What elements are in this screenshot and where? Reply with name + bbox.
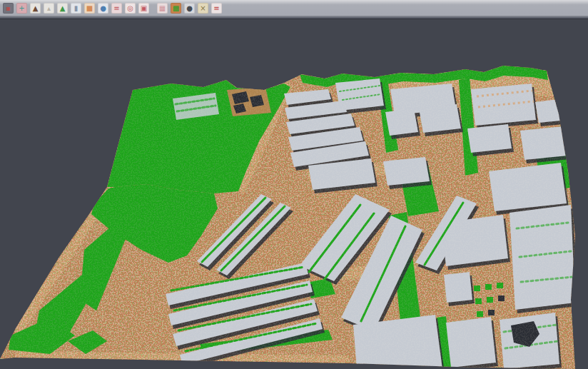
toolbar: ▪+▲▴▲▮■●≡◎▣▦▩●×≡ [0,0,588,16]
classify-scatter-icon[interactable]: + [16,3,27,14]
profile-lines-icon[interactable]: ≡ [111,3,122,14]
app-window: ▪+▲▴▲▮■●≡◎▣▦▩●×≡ [0,0,588,369]
building-class-icon[interactable]: ▮ [71,3,81,14]
point-cloud-scene [0,19,588,369]
dark-sphere-icon[interactable]: ● [184,3,195,14]
low-points-icon[interactable]: ▴ [44,3,54,14]
orange-layer-icon[interactable]: ■ [84,3,95,14]
grid-overlay-icon[interactable]: ▦ [157,3,168,14]
globe-icon[interactable]: ● [98,3,108,14]
striped-list-icon[interactable]: ≡ [211,3,222,14]
vegetation-class-icon[interactable]: ▲ [57,3,68,14]
target-circle-icon[interactable]: ◎ [125,3,136,14]
measure-cross-icon[interactable]: × [198,3,208,14]
classified-map-icon[interactable]: ▩ [171,3,181,14]
3d-viewport[interactable] [0,19,588,369]
ground-class-icon[interactable]: ▲ [30,3,41,14]
points-cloud-icon[interactable]: ▪ [3,3,14,14]
select-region-icon[interactable]: ▣ [138,3,149,14]
